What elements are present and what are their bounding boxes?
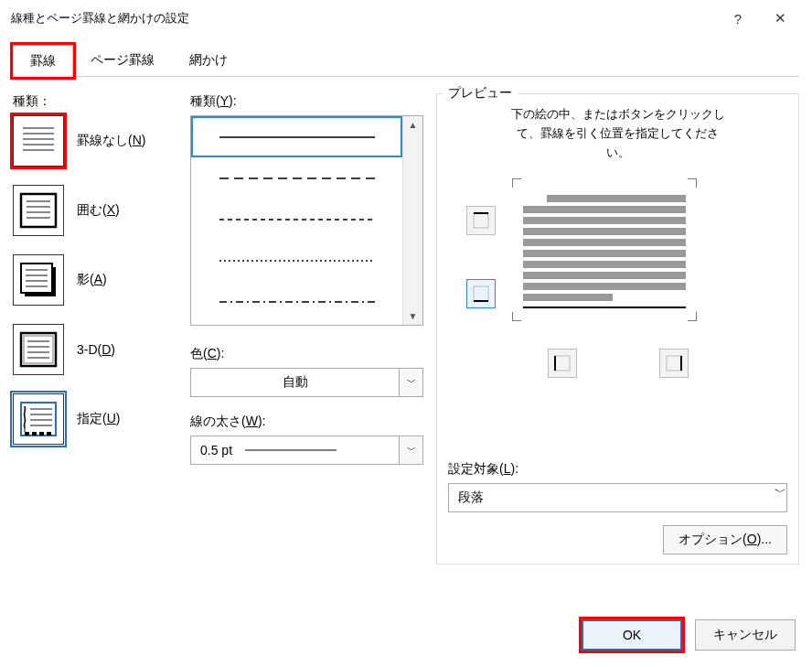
svg-rect-43 — [667, 356, 681, 371]
style-column: 種類(Y): ▲ — [190, 93, 423, 565]
width-dropdown[interactable]: 0.5 pt ﹀ — [190, 436, 423, 465]
apply-to-label: 設定対象(L): — [448, 461, 787, 478]
tab-borders[interactable]: 罫線 — [13, 45, 73, 77]
color-dropdown-arrow-icon[interactable]: ﹀ — [399, 369, 422, 396]
titlebar: 線種とページ罫線と網かけの設定 ? ✕ — [0, 0, 812, 37]
setting-3d[interactable]: 3-D(D) — [13, 324, 177, 375]
setting-shadow-icon — [13, 254, 64, 306]
setting-none-label: 罫線なし(N) — [77, 133, 145, 149]
setting-list: 罫線なし(N) 囲む(X) 影(A) — [13, 115, 177, 445]
tab-page-borders[interactable]: ページ罫線 — [73, 44, 172, 76]
corner-tl-icon — [512, 178, 521, 188]
tab-bar: 罫線 ページ罫線 網かけ — [13, 44, 799, 77]
color-dropdown[interactable]: 自動 ﹀ — [190, 368, 423, 397]
style-items — [191, 116, 402, 325]
tab-shading[interactable]: 網かけ — [172, 44, 245, 76]
preview-side-buttons — [466, 206, 496, 308]
svg-rect-5 — [21, 194, 56, 227]
corner-tr-icon — [688, 178, 697, 188]
setting-none[interactable]: 罫線なし(N) — [13, 115, 177, 167]
style-dotted[interactable] — [191, 240, 402, 281]
corner-br-icon — [688, 312, 697, 321]
setting-label: 種類： — [13, 93, 177, 110]
svg-rect-41 — [555, 356, 570, 371]
style-dash-long[interactable] — [191, 157, 402, 199]
setting-shadow[interactable]: 影(A) — [13, 254, 177, 306]
svg-rect-37 — [474, 213, 488, 228]
setting-custom[interactable]: 指定(U) — [13, 393, 177, 445]
preview-column: プレビュー 下の絵の中、またはボタンをクリックし て、罫線を引く位置を指定してく… — [436, 93, 799, 565]
preview-document-wrap — [512, 178, 697, 321]
setting-shadow-label: 影(A) — [77, 272, 107, 288]
apply-to-value: 段落 — [449, 484, 775, 511]
style-solid[interactable] — [191, 116, 402, 157]
style-scrollbar[interactable]: ▲ ▼ — [402, 116, 422, 325]
scroll-up-icon[interactable]: ▲ — [409, 120, 418, 130]
svg-rect-30 — [47, 432, 51, 436]
apply-to-dropdown[interactable]: 段落 ﹀ — [448, 483, 787, 512]
help-button[interactable]: ? — [717, 0, 759, 37]
apply-to-section: 設定対象(L): 段落 ﹀ — [448, 461, 787, 512]
preview-area — [448, 178, 787, 321]
apply-to-arrow-icon[interactable]: ﹀ — [775, 484, 786, 511]
border-bottom-button[interactable] — [466, 279, 496, 308]
preview-legend: プレビュー — [443, 85, 518, 102]
setting-box-icon — [13, 185, 64, 236]
close-button[interactable]: ✕ — [759, 0, 801, 37]
style-label: 種類(Y): — [190, 93, 423, 110]
setting-custom-icon — [13, 393, 64, 445]
svg-rect-29 — [39, 432, 44, 436]
scroll-down-icon[interactable]: ▼ — [409, 311, 418, 321]
border-right-button[interactable] — [659, 349, 689, 378]
color-label: 色(C): — [190, 346, 423, 362]
svg-rect-17 — [24, 336, 53, 363]
svg-rect-11 — [21, 264, 52, 293]
setting-3d-icon — [13, 324, 64, 375]
width-dropdown-arrow-icon[interactable]: ﹀ — [399, 436, 422, 464]
setting-box[interactable]: 囲む(X) — [13, 185, 177, 236]
preview-bottom-buttons — [448, 349, 787, 378]
style-dash-short[interactable] — [191, 199, 402, 240]
preview-fieldset: プレビュー 下の絵の中、またはボタンをクリックし て、罫線を引く位置を指定してく… — [436, 93, 799, 565]
setting-none-icon — [13, 115, 64, 167]
svg-rect-28 — [32, 432, 37, 436]
border-top-button[interactable] — [466, 206, 496, 235]
width-label: 線の太さ(W): — [190, 414, 423, 430]
setting-column: 種類： 罫線なし(N) 囲む(X) — [13, 93, 177, 565]
corner-bl-icon — [512, 312, 521, 321]
setting-3d-label: 3-D(D) — [77, 342, 115, 357]
options-button[interactable]: オプション(O)... — [663, 525, 787, 554]
border-left-button[interactable] — [548, 349, 577, 378]
content-area: 種類： 罫線なし(N) 囲む(X) — [0, 77, 812, 583]
svg-rect-16 — [21, 333, 56, 366]
setting-box-label: 囲む(X) — [77, 202, 120, 219]
setting-custom-label: 指定(U) — [77, 411, 120, 427]
preview-document[interactable] — [523, 188, 686, 312]
svg-rect-39 — [474, 286, 488, 301]
svg-rect-27 — [25, 432, 29, 436]
dialog-title: 線種とページ罫線と網かけの設定 — [11, 10, 717, 27]
ok-button[interactable]: OK — [582, 619, 682, 651]
width-value: 0.5 pt — [191, 436, 399, 464]
preview-hint: 下の絵の中、またはボタンをクリックし て、罫線を引く位置を指定してくださ い。 — [448, 105, 787, 162]
style-dash-dot[interactable] — [191, 281, 402, 322]
style-listbox[interactable]: ▲ ▼ — [190, 115, 423, 326]
cancel-button[interactable]: キャンセル — [695, 619, 796, 651]
color-value: 自動 — [191, 369, 399, 396]
dialog-footer: OK キャンセル — [582, 619, 796, 651]
